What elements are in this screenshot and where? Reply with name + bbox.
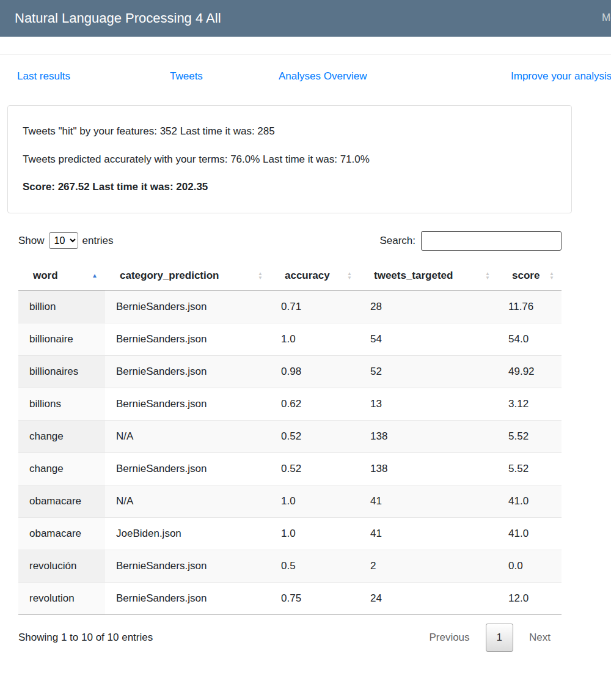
cell-category-prediction: BernieSanders.json: [105, 582, 270, 614]
table-row: revolución BernieSanders.json 0.5 2 0.0: [18, 550, 562, 582]
table-header-row: word ▲ category_prediction ▲▼ accuracy ▲…: [18, 261, 562, 291]
column-header-label: word: [33, 270, 58, 282]
cell-score: 12.0: [497, 582, 562, 614]
table-info: Showing 1 to 10 of 10 entries: [18, 632, 153, 644]
table-footer: Showing 1 to 10 of 10 entries Previous 1…: [18, 624, 562, 652]
cell-word: billions: [18, 388, 105, 420]
score-line: Score: 267.52 Last time it was: 202.35: [23, 181, 557, 193]
app-title: Natural Language Processing 4 All: [15, 10, 221, 26]
column-header-accuracy[interactable]: accuracy ▲▼: [270, 261, 359, 291]
cell-accuracy: 1.0: [270, 485, 359, 517]
cell-tweets-targeted: 52: [359, 355, 497, 388]
cell-accuracy: 1.0: [270, 323, 359, 355]
next-page-button[interactable]: Next: [518, 624, 562, 651]
cell-score: 3.12: [497, 388, 562, 420]
table-row: change N/A 0.52 138 5.52: [18, 420, 562, 452]
cell-accuracy: 0.52: [270, 452, 359, 485]
cell-score: 5.52: [497, 452, 562, 485]
menu-link[interactable]: Menu: [602, 12, 611, 24]
table-row: billionaire BernieSanders.json 1.0 54 54…: [18, 323, 562, 355]
cell-score: 54.0: [497, 323, 562, 355]
cell-word: revolution: [18, 582, 105, 614]
sort-both-icon: ▲▼: [347, 271, 352, 280]
cell-score: 0.0: [497, 550, 562, 582]
nav-link-analyses-overview[interactable]: Analyses Overview: [279, 70, 367, 83]
previous-page-button[interactable]: Previous: [418, 624, 480, 651]
column-header-score[interactable]: score ▲▼: [497, 261, 562, 291]
cell-tweets-targeted: 41: [359, 485, 497, 517]
cell-tweets-targeted: 24: [359, 582, 497, 614]
cell-score: 41.0: [497, 517, 562, 550]
page-1-button[interactable]: 1: [486, 624, 513, 652]
search-input[interactable]: [421, 231, 562, 251]
cell-tweets-targeted: 54: [359, 323, 497, 355]
results-summary-card: Tweets "hit" by your features: 352 Last …: [7, 105, 572, 213]
column-header-label: score: [512, 270, 540, 282]
cell-tweets-targeted: 13: [359, 388, 497, 420]
cell-accuracy: 0.62: [270, 388, 359, 420]
pagination: Previous 1 Next: [418, 624, 562, 652]
cell-category-prediction: N/A: [105, 420, 270, 452]
tweets-hit-line: Tweets "hit" by your features: 352 Last …: [23, 125, 557, 138]
cell-category-prediction: BernieSanders.json: [105, 355, 270, 388]
cell-word: change: [18, 452, 105, 485]
cell-accuracy: 0.71: [270, 290, 359, 323]
sort-both-icon: ▲▼: [549, 271, 554, 280]
show-label: Show: [18, 235, 45, 247]
cell-category-prediction: BernieSanders.json: [105, 323, 270, 355]
column-header-label: tweets_targeted: [374, 270, 453, 282]
cell-accuracy: 1.0: [270, 517, 359, 550]
nav-link-tweets[interactable]: Tweets: [170, 70, 203, 83]
search-label: Search:: [379, 235, 415, 247]
table-row: change BernieSanders.json 0.52 138 5.52: [18, 452, 562, 485]
column-header-label: accuracy: [285, 270, 330, 282]
main-nav: Last results Tweets Analyses Overview Im…: [0, 54, 611, 105]
cell-category-prediction: BernieSanders.json: [105, 550, 270, 582]
table-controls: Show 10 entries Search:: [18, 230, 562, 251]
cell-tweets-targeted: 138: [359, 420, 497, 452]
table-row: billionaires BernieSanders.json 0.98 52 …: [18, 355, 562, 388]
sort-both-icon: ▲▼: [485, 271, 490, 280]
cell-tweets-targeted: 41: [359, 517, 497, 550]
nav-link-last-results[interactable]: Last results: [17, 70, 70, 83]
cell-word: obamacare: [18, 517, 105, 550]
column-header-label: category_prediction: [120, 270, 219, 282]
cell-score: 41.0: [497, 485, 562, 517]
cell-accuracy: 0.52: [270, 420, 359, 452]
cell-word: billionaires: [18, 355, 105, 388]
search-control: Search:: [379, 231, 562, 251]
column-header-word[interactable]: word ▲: [18, 261, 105, 291]
cell-category-prediction: JoeBiden.json: [105, 517, 270, 550]
cell-category-prediction: N/A: [105, 485, 270, 517]
results-table-section: Show 10 entries Search: word ▲: [18, 230, 562, 652]
column-header-tweets-targeted[interactable]: tweets_targeted ▲▼: [359, 261, 497, 291]
cell-score: 49.92: [497, 355, 562, 388]
cell-accuracy: 0.98: [270, 355, 359, 388]
navbar: Natural Language Processing 4 All Menu: [0, 0, 611, 37]
table-row: obamacare JoeBiden.json 1.0 41 41.0: [18, 517, 562, 550]
cell-score: 5.52: [497, 420, 562, 452]
cell-tweets-targeted: 138: [359, 452, 497, 485]
cell-score: 11.76: [497, 290, 562, 323]
entries-label: entries: [82, 235, 114, 247]
cell-category-prediction: BernieSanders.json: [105, 452, 270, 485]
table-row: obamacare N/A 1.0 41 41.0: [18, 485, 562, 517]
cell-word: billionaire: [18, 323, 105, 355]
cell-word: change: [18, 420, 105, 452]
accuracy-line: Tweets predicted accurately with your te…: [23, 153, 557, 166]
page-length-select[interactable]: 10: [49, 232, 78, 249]
page-length-control: Show 10 entries: [18, 232, 114, 249]
cell-category-prediction: BernieSanders.json: [105, 388, 270, 420]
table-row: revolution BernieSanders.json 0.75 24 12…: [18, 582, 562, 614]
sort-both-icon: ▲▼: [258, 271, 263, 280]
table-row: billions BernieSanders.json 0.62 13 3.12: [18, 388, 562, 420]
cell-word: revolución: [18, 550, 105, 582]
cell-tweets-targeted: 28: [359, 290, 497, 323]
nav-link-improve-analysis[interactable]: Improve your analysis: [511, 70, 611, 83]
cell-accuracy: 0.5: [270, 550, 359, 582]
cell-accuracy: 0.75: [270, 582, 359, 614]
table-row: billion BernieSanders.json 0.71 28 11.76: [18, 290, 562, 323]
column-header-category-prediction[interactable]: category_prediction ▲▼: [105, 261, 270, 291]
sort-asc-icon: ▲: [92, 273, 98, 279]
cell-tweets-targeted: 2: [359, 550, 497, 582]
